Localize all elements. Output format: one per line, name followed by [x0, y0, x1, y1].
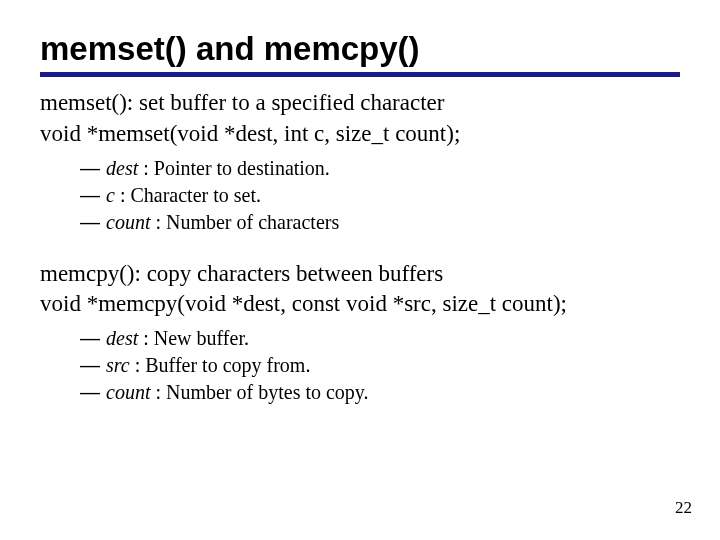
memcpy-section: memcpy(): copy characters between buffer…: [40, 260, 680, 407]
slide: memset() and memcpy() memset(): set buff…: [0, 0, 720, 540]
dash-icon: —: [80, 325, 106, 352]
param-name: count: [106, 379, 155, 406]
dash-icon: —: [80, 379, 106, 406]
param-desc: : New buffer.: [143, 325, 249, 352]
param-row: — count : Number of bytes to copy.: [80, 379, 680, 406]
memcpy-signature: void *memcpy(void *dest, const void *src…: [40, 290, 680, 319]
memset-description: memset(): set buffer to a specified char…: [40, 89, 680, 118]
memset-section: memset(): set buffer to a specified char…: [40, 89, 680, 236]
memset-params: — dest : Pointer to destination. — c : C…: [40, 155, 680, 236]
param-desc: : Pointer to destination.: [143, 155, 330, 182]
dash-icon: —: [80, 155, 106, 182]
param-desc: : Character to set.: [120, 182, 261, 209]
dash-icon: —: [80, 209, 106, 236]
param-desc: : Number of characters: [155, 209, 339, 236]
param-row: — src : Buffer to copy from.: [80, 352, 680, 379]
param-name: c: [106, 182, 120, 209]
param-row: — c : Character to set.: [80, 182, 680, 209]
slide-title: memset() and memcpy(): [40, 30, 680, 68]
dash-icon: —: [80, 182, 106, 209]
param-desc: : Buffer to copy from.: [135, 352, 311, 379]
memcpy-params: — dest : New buffer. — src : Buffer to c…: [40, 325, 680, 406]
param-row: — dest : New buffer.: [80, 325, 680, 352]
param-name: dest: [106, 325, 143, 352]
param-name: dest: [106, 155, 143, 182]
dash-icon: —: [80, 352, 106, 379]
page-number: 22: [675, 498, 692, 518]
param-name: count: [106, 209, 155, 236]
param-name: src: [106, 352, 135, 379]
memcpy-description: memcpy(): copy characters between buffer…: [40, 260, 680, 289]
title-underline: [40, 72, 680, 77]
param-row: — dest : Pointer to destination.: [80, 155, 680, 182]
memset-signature: void *memset(void *dest, int c, size_t c…: [40, 120, 680, 149]
param-desc: : Number of bytes to copy.: [155, 379, 368, 406]
param-row: — count : Number of characters: [80, 209, 680, 236]
